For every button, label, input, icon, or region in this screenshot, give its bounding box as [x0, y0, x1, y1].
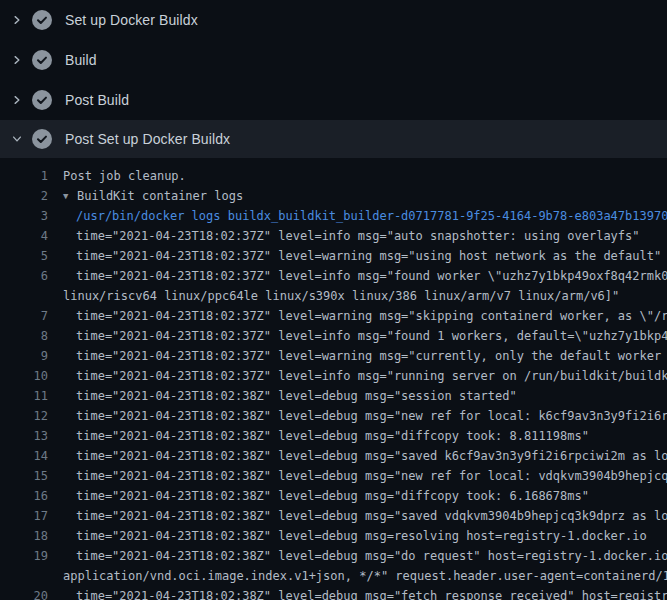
step-label: Set up Docker Buildx — [65, 12, 198, 28]
log-row: 19time="2021-04-23T18:02:38Z" level=debu… — [0, 546, 667, 566]
log-text: time="2021-04-23T18:02:37Z" level=warnin… — [63, 249, 661, 263]
log-text: time="2021-04-23T18:02:38Z" level=debug … — [63, 409, 667, 423]
log-row: 9time="2021-04-23T18:02:37Z" level=warni… — [0, 346, 667, 366]
log-group-row[interactable]: 2▼BuildKit container logs — [0, 186, 667, 206]
log-row: 5time="2021-04-23T18:02:37Z" level=warni… — [0, 246, 667, 266]
log-row: 18time="2021-04-23T18:02:38Z" level=debu… — [0, 526, 667, 546]
log-text: time="2021-04-23T18:02:37Z" level=warnin… — [63, 309, 667, 323]
actions-log-viewer: Set up Docker Buildx Build Post Build Po… — [0, 0, 667, 600]
log-text: time="2021-04-23T18:02:38Z" level=debug … — [63, 509, 667, 523]
line-number[interactable]: 13 — [0, 429, 48, 443]
check-circle-icon — [32, 10, 52, 30]
log-text: linux/riscv64 linux/ppc64le linux/s390x … — [63, 289, 619, 303]
log-row: linux/riscv64 linux/ppc64le linux/s390x … — [0, 286, 667, 306]
check-circle-icon — [32, 129, 52, 149]
line-number[interactable]: 8 — [0, 329, 48, 343]
chevron-right-icon — [9, 12, 25, 28]
line-number[interactable]: 10 — [0, 369, 48, 383]
log-row: 15time="2021-04-23T18:02:38Z" level=debu… — [0, 466, 667, 486]
log-text: time="2021-04-23T18:02:37Z" level=warnin… — [63, 349, 667, 363]
line-number[interactable]: 14 — [0, 449, 48, 463]
check-circle-icon — [32, 90, 52, 110]
command-text: /usr/bin/docker logs buildx_buildkit_bui… — [63, 209, 667, 223]
log-text: time="2021-04-23T18:02:37Z" level=info m… — [63, 329, 667, 343]
log-row: 12time="2021-04-23T18:02:38Z" level=debu… — [0, 406, 667, 426]
line-number[interactable]: 19 — [0, 549, 48, 563]
chevron-right-icon — [9, 52, 25, 68]
chevron-down-icon — [9, 131, 25, 147]
line-number[interactable]: 2 — [0, 189, 48, 203]
log-row: 14time="2021-04-23T18:02:38Z" level=debu… — [0, 446, 667, 466]
step-header-set-up-docker-buildx[interactable]: Set up Docker Buildx — [0, 0, 667, 40]
step-label: Post Set up Docker Buildx — [65, 131, 230, 147]
line-number[interactable]: 7 — [0, 309, 48, 323]
line-number[interactable]: 3 — [0, 209, 48, 223]
log-row: 6time="2021-04-23T18:02:37Z" level=info … — [0, 266, 667, 286]
log-row: 4time="2021-04-23T18:02:37Z" level=info … — [0, 226, 667, 246]
log-text: time="2021-04-23T18:02:37Z" level=info m… — [63, 369, 667, 383]
line-number[interactable]: 16 — [0, 489, 48, 503]
log-row: 11time="2021-04-23T18:02:38Z" level=debu… — [0, 386, 667, 406]
line-number[interactable]: 4 — [0, 229, 48, 243]
line-number[interactable]: 18 — [0, 529, 48, 543]
log-text: time="2021-04-23T18:02:38Z" level=debug … — [63, 589, 667, 600]
line-number[interactable]: 17 — [0, 509, 48, 523]
step-header-post-set-up-docker-buildx[interactable]: Post Set up Docker Buildx — [0, 120, 667, 158]
log-text: time="2021-04-23T18:02:38Z" level=debug … — [63, 429, 589, 443]
log-row: 20time="2021-04-23T18:02:38Z" level=debu… — [0, 586, 667, 600]
log-row: 8time="2021-04-23T18:02:37Z" level=info … — [0, 326, 667, 346]
log-text: time="2021-04-23T18:02:38Z" level=debug … — [63, 489, 589, 503]
line-number[interactable]: 6 — [0, 269, 48, 283]
log-row: 10time="2021-04-23T18:02:37Z" level=info… — [0, 366, 667, 386]
step-header-build[interactable]: Build — [0, 40, 667, 80]
line-number[interactable]: 20 — [0, 589, 48, 600]
log-row: 13time="2021-04-23T18:02:38Z" level=debu… — [0, 426, 667, 446]
log-text: time="2021-04-23T18:02:38Z" level=debug … — [63, 529, 647, 543]
log-row: 7time="2021-04-23T18:02:37Z" level=warni… — [0, 306, 667, 326]
log-row: application/vnd.oci.image.index.v1+json,… — [0, 566, 667, 586]
log-row: 3/usr/bin/docker logs buildx_buildkit_bu… — [0, 206, 667, 226]
log-row: 16time="2021-04-23T18:02:38Z" level=debu… — [0, 486, 667, 506]
triangle-down-icon: ▼ — [63, 191, 77, 201]
line-number[interactable]: 1 — [0, 169, 48, 183]
log-text: Post job cleanup. — [63, 169, 186, 183]
log-row: 1Post job cleanup. — [0, 166, 667, 186]
step-label: Build — [65, 52, 97, 68]
log-text: time="2021-04-23T18:02:37Z" level=info m… — [63, 269, 667, 283]
line-number[interactable]: 5 — [0, 249, 48, 263]
line-number[interactable]: 12 — [0, 409, 48, 423]
check-circle-icon — [32, 50, 52, 70]
step-header-post-build[interactable]: Post Build — [0, 80, 667, 120]
log-text: time="2021-04-23T18:02:38Z" level=debug … — [63, 549, 667, 563]
log-text: application/vnd.oci.image.index.v1+json,… — [63, 569, 667, 583]
log-row: 17time="2021-04-23T18:02:38Z" level=debu… — [0, 506, 667, 526]
log-text: time="2021-04-23T18:02:38Z" level=debug … — [63, 469, 667, 483]
line-number[interactable]: 15 — [0, 469, 48, 483]
log-text: time="2021-04-23T18:02:38Z" level=debug … — [63, 389, 517, 403]
step-label: Post Build — [65, 92, 129, 108]
line-number[interactable]: 9 — [0, 349, 48, 363]
log-text: ▼BuildKit container logs — [63, 189, 243, 203]
log-output: 1Post job cleanup.2▼BuildKit container l… — [0, 158, 667, 600]
log-text: time="2021-04-23T18:02:38Z" level=debug … — [63, 449, 667, 463]
log-text: time="2021-04-23T18:02:37Z" level=info m… — [63, 229, 640, 243]
chevron-right-icon — [9, 92, 25, 108]
line-number[interactable]: 11 — [0, 389, 48, 403]
